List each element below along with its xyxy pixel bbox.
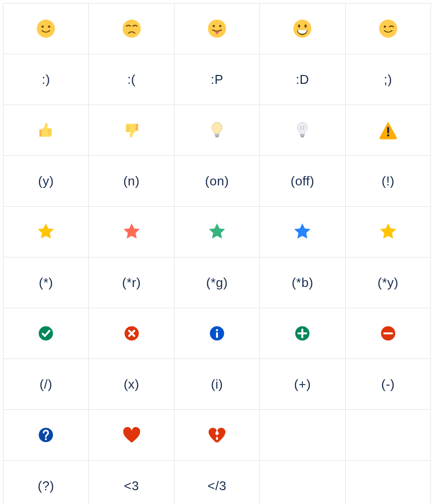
shortcut-code: (n) bbox=[89, 156, 174, 207]
thumbs-down-icon bbox=[89, 105, 174, 156]
thumbs-up-icon bbox=[3, 105, 89, 156]
shortcut-code: (*r) bbox=[89, 257, 174, 308]
bulb-on-icon bbox=[174, 105, 259, 156]
question-circle-icon bbox=[3, 410, 89, 461]
star-green-icon bbox=[174, 207, 259, 257]
info-circle-icon bbox=[174, 308, 259, 359]
shortcut-text: (y) bbox=[38, 174, 54, 188]
shortcut-text: (*r) bbox=[122, 275, 141, 290]
bulb-off-icon bbox=[260, 105, 345, 156]
shortcut-text: (*b) bbox=[291, 275, 313, 290]
grin-icon bbox=[260, 3, 345, 54]
smile-icon bbox=[3, 3, 89, 54]
shortcut-code: (off) bbox=[260, 156, 345, 207]
star-red-icon bbox=[89, 207, 174, 257]
shortcut-text: :) bbox=[42, 72, 50, 87]
shortcut-text: :( bbox=[127, 72, 136, 87]
check-circle-icon bbox=[3, 308, 89, 359]
shortcut-text: (*) bbox=[39, 275, 53, 290]
shortcut-code: (+) bbox=[260, 359, 345, 410]
shortcut-code: (*b) bbox=[260, 257, 345, 308]
shortcut-code: :) bbox=[3, 54, 89, 105]
minus-circle-icon bbox=[345, 308, 431, 359]
shortcut-code: (*) bbox=[3, 257, 89, 308]
shortcut-code: :( bbox=[89, 54, 174, 105]
frown-icon bbox=[89, 3, 174, 54]
shortcut-text: (n) bbox=[123, 174, 140, 188]
shortcut-code: (?) bbox=[3, 461, 89, 504]
heart-icon bbox=[89, 410, 174, 461]
shortcut-text: (on) bbox=[205, 174, 229, 188]
broken-heart-icon bbox=[174, 410, 259, 461]
shortcut-text: (*g) bbox=[206, 275, 228, 290]
warning-icon bbox=[345, 105, 431, 156]
empty-cell bbox=[345, 410, 431, 461]
shortcut-code: (*y) bbox=[345, 257, 431, 308]
shortcut-code: <3 bbox=[89, 461, 174, 504]
shortcut-text: (+) bbox=[294, 377, 311, 392]
shortcut-code: (*g) bbox=[174, 257, 259, 308]
shortcut-code: (/) bbox=[3, 359, 89, 410]
shortcut-code: :D bbox=[260, 54, 345, 105]
shortcut-text: (x) bbox=[124, 377, 140, 392]
shortcut-text: (!) bbox=[382, 174, 395, 188]
shortcut-text: (*y) bbox=[378, 275, 398, 290]
shortcut-text: </3 bbox=[208, 478, 226, 493]
shortcut-text: <3 bbox=[124, 478, 139, 493]
star-yellow2-icon bbox=[345, 207, 431, 257]
cross-circle-icon bbox=[89, 308, 174, 359]
shortcut-code: (on) bbox=[174, 156, 259, 207]
shortcut-text: ;) bbox=[384, 72, 392, 87]
shortcut-text: (?) bbox=[38, 478, 54, 493]
shortcut-text: :D bbox=[296, 72, 309, 87]
shortcut-code: </3 bbox=[174, 461, 259, 504]
empty-cell bbox=[260, 410, 345, 461]
shortcut-code: (!) bbox=[345, 156, 431, 207]
shortcut-text: (off) bbox=[290, 174, 314, 188]
star-blue-icon bbox=[260, 207, 345, 257]
shortcut-code: (y) bbox=[3, 156, 89, 207]
emoji-shortcut-table: :):(:P:D;)(y)(n)(on)(off)(!)(*)(*r)(*g)(… bbox=[3, 3, 431, 504]
shortcut-text: (-) bbox=[381, 377, 395, 392]
shortcut-code: (x) bbox=[89, 359, 174, 410]
shortcut-code: (-) bbox=[345, 359, 431, 410]
wink-icon bbox=[345, 3, 431, 54]
shortcut-text: (i) bbox=[211, 377, 223, 392]
star-yellow-icon bbox=[3, 207, 89, 257]
shortcut-code: ;) bbox=[345, 54, 431, 105]
plus-circle-icon bbox=[260, 308, 345, 359]
shortcut-text: :P bbox=[211, 72, 223, 87]
empty-cell bbox=[345, 461, 431, 504]
shortcut-text: (/) bbox=[39, 377, 52, 392]
shortcut-code: (i) bbox=[174, 359, 259, 410]
empty-cell bbox=[260, 461, 345, 504]
shortcut-code: :P bbox=[174, 54, 259, 105]
tongue-icon bbox=[174, 3, 259, 54]
